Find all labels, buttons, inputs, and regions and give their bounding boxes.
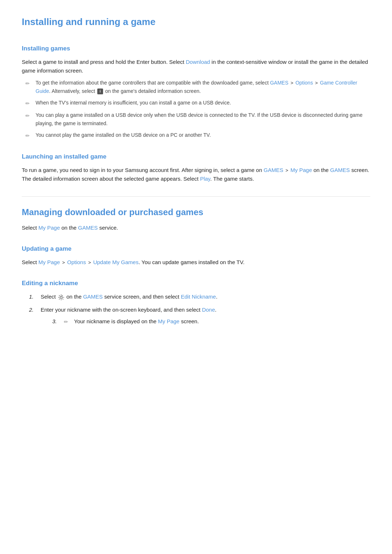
my-page-link-4[interactable]: My Page bbox=[158, 318, 179, 324]
update-my-games-link[interactable]: Update My Games bbox=[93, 259, 139, 265]
pencil-icon-5 bbox=[64, 318, 70, 326]
installing-games-intro: Select a game to install and press and h… bbox=[22, 58, 370, 75]
subnote-text-1: Your nickname is displayed on the My Pag… bbox=[74, 317, 199, 326]
section-title-installing-games: Installing games bbox=[22, 44, 370, 53]
note-text-2: When the TV's internal memory is insuffi… bbox=[36, 99, 231, 107]
chevron-3: > bbox=[286, 167, 289, 175]
note-item-1: To get the information about the game co… bbox=[25, 79, 370, 95]
section-title-managing-games: Managing downloaded or purchased games bbox=[22, 196, 370, 219]
my-page-link-2[interactable]: My Page bbox=[38, 225, 60, 231]
subnote-item-1: Your nickname is displayed on the My Pag… bbox=[52, 317, 216, 326]
section-title-updating-game: Updating a game bbox=[22, 244, 370, 254]
svg-point-0 bbox=[60, 296, 62, 299]
step-2-text: Enter your nickname with the on-screen k… bbox=[41, 305, 216, 330]
note-text-4: You cannot play the game installed on th… bbox=[36, 131, 211, 139]
games-link-4[interactable]: GAMES bbox=[78, 225, 98, 231]
done-link[interactable]: Done bbox=[202, 307, 215, 313]
options-link-2[interactable]: Options bbox=[67, 259, 86, 265]
games-link-1[interactable]: GAMES bbox=[270, 80, 289, 86]
step-2-subnote: Your nickname is displayed on the My Pag… bbox=[52, 317, 216, 326]
page-title: Installing and running a game bbox=[22, 15, 370, 33]
games-link-3[interactable]: GAMES bbox=[330, 167, 350, 173]
step-2: Enter your nickname with the on-screen k… bbox=[29, 305, 370, 330]
step-1-text: Select on the GAMES service screen, and … bbox=[41, 292, 217, 301]
games-link-2[interactable]: GAMES bbox=[264, 167, 283, 173]
options-link-1[interactable]: Options bbox=[295, 80, 313, 86]
chevron-1: > bbox=[290, 79, 293, 87]
pencil-icon-2 bbox=[25, 99, 32, 107]
info-icon: i bbox=[97, 89, 103, 94]
note-item-2: When the TV's internal memory is insuffi… bbox=[25, 99, 370, 107]
games-link-5[interactable]: GAMES bbox=[83, 294, 103, 300]
updating-game-body: Select My Page > Options > Update My Gam… bbox=[22, 258, 370, 267]
gear-icon bbox=[58, 294, 64, 300]
note-item-3: You can play a game installed on a USB d… bbox=[25, 111, 370, 127]
pencil-icon-3 bbox=[25, 112, 32, 120]
editing-nickname-steps: Select on the GAMES service screen, and … bbox=[29, 292, 370, 330]
launching-game-body: To run a game, you need to sign in to yo… bbox=[22, 166, 370, 183]
section-title-launching-game: Launching an installed game bbox=[22, 152, 370, 161]
edit-nickname-link[interactable]: Edit Nickname bbox=[181, 294, 216, 300]
chevron-4: > bbox=[62, 259, 65, 267]
note-item-4: You cannot play the game installed on th… bbox=[25, 131, 370, 140]
pencil-icon-4 bbox=[25, 132, 32, 140]
installing-games-notes: To get the information about the game co… bbox=[25, 79, 370, 140]
note-text-1: To get the information about the game co… bbox=[36, 79, 370, 95]
note-text-3: You can play a game installed on a USB d… bbox=[36, 111, 370, 127]
chevron-5: > bbox=[88, 259, 91, 267]
my-page-link-1[interactable]: My Page bbox=[290, 167, 312, 173]
section-title-editing-nickname: Editing a nickname bbox=[22, 278, 370, 288]
managing-games-body: Select My Page on the GAMES service. bbox=[22, 223, 370, 232]
play-link[interactable]: Play bbox=[200, 176, 210, 182]
download-link[interactable]: Download bbox=[186, 59, 210, 65]
step-1: Select on the GAMES service screen, and … bbox=[29, 292, 370, 301]
chevron-2: > bbox=[315, 79, 318, 87]
my-page-link-3[interactable]: My Page bbox=[38, 259, 60, 265]
pencil-icon-1 bbox=[25, 79, 32, 87]
